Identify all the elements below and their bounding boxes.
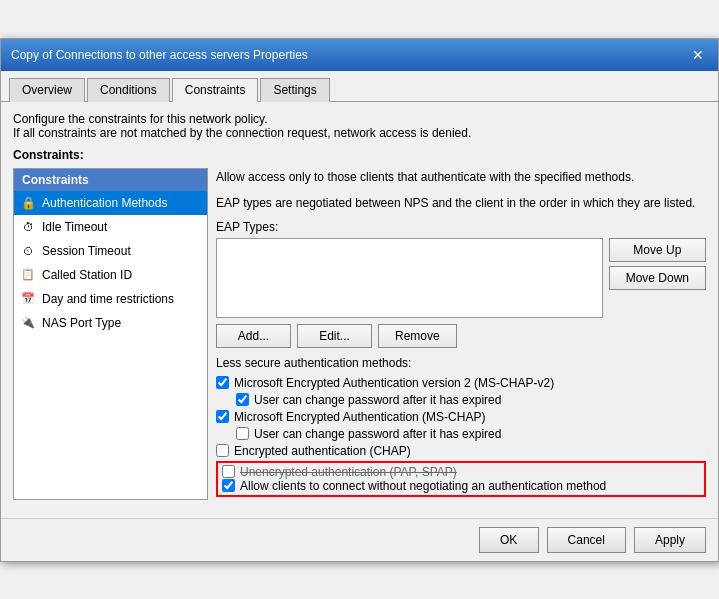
checkbox-mschap-v2-change-pw-label: User can change password after it has ex… (254, 393, 501, 407)
idle-timeout-icon: ⏱ (20, 219, 36, 235)
day-time-label: Day and time restrictions (42, 292, 174, 306)
checkbox-allow-no-auth: Allow clients to connect without negotia… (222, 479, 700, 493)
checkbox-pap-spap-label: Unencrypted authentication (PAP, SPAP) (240, 465, 457, 479)
tab-overview[interactable]: Overview (9, 78, 85, 102)
checkbox-pap-spap-input[interactable] (222, 465, 235, 478)
apply-button[interactable]: Apply (634, 527, 706, 553)
nas-port-label: NAS Port Type (42, 316, 121, 330)
checkbox-mschap-v2-change-pw: User can change password after it has ex… (216, 393, 706, 407)
right-panel: Allow access only to those clients that … (216, 168, 706, 500)
day-time-icon: 📅 (20, 291, 36, 307)
checkbox-allow-no-auth-input[interactable] (222, 479, 235, 492)
right-desc2: EAP types are negotiated between NPS and… (216, 194, 706, 212)
checkbox-mschap-v2-label: Microsoft Encrypted Authentication versi… (234, 376, 554, 390)
title-bar: Copy of Connections to other access serv… (1, 39, 718, 71)
ok-button[interactable]: OK (479, 527, 539, 553)
close-button[interactable]: ✕ (688, 45, 708, 65)
desc-line2: If all constraints are not matched by th… (13, 126, 706, 140)
content-area: Configure the constraints for this netwo… (1, 102, 718, 510)
less-secure-label: Less secure authentication methods: (216, 356, 706, 370)
move-down-button[interactable]: Move Down (609, 266, 706, 290)
tab-constraints[interactable]: Constraints (172, 78, 259, 102)
checkbox-chap: Encrypted authentication (CHAP) (216, 444, 706, 458)
checkbox-mschap-change-pw-input[interactable] (236, 427, 249, 440)
dialog: Copy of Connections to other access serv… (0, 38, 719, 562)
checkbox-allow-no-auth-label: Allow clients to connect without negotia… (240, 479, 606, 493)
add-button[interactable]: Add... (216, 324, 291, 348)
called-station-label: Called Station ID (42, 268, 132, 282)
move-up-button[interactable]: Move Up (609, 238, 706, 262)
checkbox-mschap-change-pw: User can change password after it has ex… (216, 427, 706, 441)
desc-line1: Configure the constraints for this netwo… (13, 112, 706, 126)
sidebar-item-day-time[interactable]: 📅 Day and time restrictions (14, 287, 207, 311)
right-desc1: Allow access only to those clients that … (216, 168, 706, 186)
auth-methods-label: Authentication Methods (42, 196, 167, 210)
sidebar-item-auth-methods[interactable]: 🔒 Authentication Methods (14, 191, 207, 215)
description-area: Configure the constraints for this netwo… (13, 112, 706, 140)
sidebar-item-idle-timeout[interactable]: ⏱ Idle Timeout (14, 215, 207, 239)
remove-button[interactable]: Remove (378, 324, 457, 348)
edit-button[interactable]: Edit... (297, 324, 372, 348)
left-panel-header: Constraints (14, 169, 207, 191)
session-timeout-label: Session Timeout (42, 244, 131, 258)
dialog-footer: OK Cancel Apply (1, 518, 718, 561)
checkbox-mschap-v2-change-pw-input[interactable] (236, 393, 249, 406)
eap-buttons: Move Up Move Down (609, 238, 706, 318)
eap-list[interactable] (216, 238, 603, 318)
cancel-button[interactable]: Cancel (547, 527, 626, 553)
checkbox-mschap-label: Microsoft Encrypted Authentication (MS-C… (234, 410, 485, 424)
checkbox-mschap-v2: Microsoft Encrypted Authentication versi… (216, 376, 706, 390)
tab-settings[interactable]: Settings (260, 78, 329, 102)
session-timeout-icon: ⏲ (20, 243, 36, 259)
tab-bar: Overview Conditions Constraints Settings (1, 71, 718, 102)
left-panel: Constraints 🔒 Authentication Methods ⏱ I… (13, 168, 208, 500)
checkbox-mschap-v2-input[interactable] (216, 376, 229, 389)
sidebar-item-nas-port[interactable]: 🔌 NAS Port Type (14, 311, 207, 335)
checkbox-chap-label: Encrypted authentication (CHAP) (234, 444, 411, 458)
sidebar-item-session-timeout[interactable]: ⏲ Session Timeout (14, 239, 207, 263)
dialog-title: Copy of Connections to other access serv… (11, 48, 308, 62)
edit-buttons-row: Add... Edit... Remove (216, 324, 706, 348)
tab-conditions[interactable]: Conditions (87, 78, 170, 102)
auth-methods-icon: 🔒 (20, 195, 36, 211)
nas-port-icon: 🔌 (20, 315, 36, 331)
sidebar-item-called-station[interactable]: 📋 Called Station ID (14, 263, 207, 287)
checkbox-mschap-input[interactable] (216, 410, 229, 423)
eap-types-label: EAP Types: (216, 220, 706, 234)
idle-timeout-label: Idle Timeout (42, 220, 107, 234)
checkbox-mschap-change-pw-label: User can change password after it has ex… (254, 427, 501, 441)
called-station-icon: 📋 (20, 267, 36, 283)
highlighted-pap-spap-row: Unencrypted authentication (PAP, SPAP) A… (216, 461, 706, 497)
eap-row: Move Up Move Down (216, 238, 706, 318)
constraints-label: Constraints: (13, 148, 706, 162)
checkbox-pap-spap: Unencrypted authentication (PAP, SPAP) (222, 465, 700, 479)
checkbox-mschap: Microsoft Encrypted Authentication (MS-C… (216, 410, 706, 424)
checkbox-chap-input[interactable] (216, 444, 229, 457)
two-column-layout: Constraints 🔒 Authentication Methods ⏱ I… (13, 168, 706, 500)
